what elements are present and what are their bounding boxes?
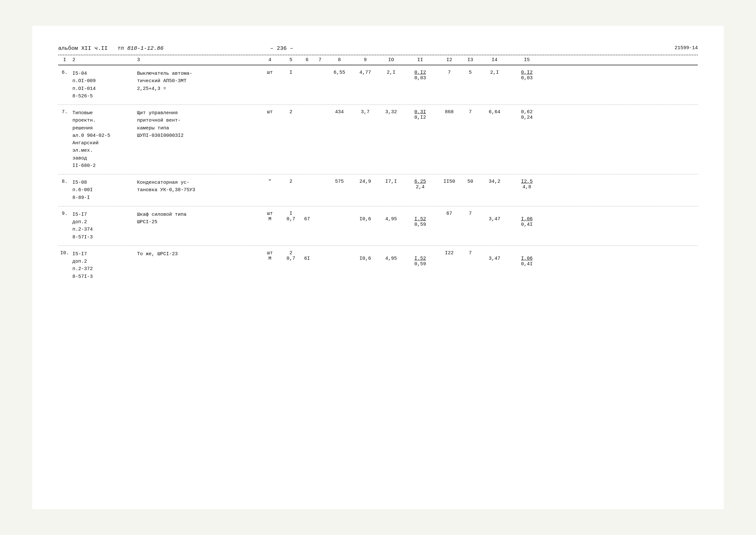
row-c12: 868: [436, 109, 462, 115]
row-c14: 34,2: [478, 179, 511, 184]
tp-label: тп 810-1-12.86: [117, 45, 164, 51]
row-c14: 6,64: [478, 109, 511, 115]
col-header-9: 9: [352, 57, 378, 63]
col-header-1: I: [58, 57, 71, 63]
row-name: Конденсаторная ус- тановка УК-0,38-75У3: [136, 179, 258, 194]
row-c11: 0,3I 0,I2: [404, 109, 436, 120]
row-c15: I,06 0,4I: [511, 250, 543, 267]
row-c14: 3,47: [478, 211, 511, 222]
row-ref: I5-I7 доп.2 п.2-372 8-57I-3: [71, 250, 136, 280]
row-c11: 0,I2 0,03: [404, 70, 436, 81]
table-row: I0. I5-I7 доп.2 п.2-372 8-57I-3 То же, Ш…: [58, 246, 698, 285]
row-c10: I7,I: [378, 179, 404, 184]
row-name: Выключатель автома- тический АП50-3МТ 2,…: [136, 70, 258, 93]
row-name: Щит управления приточной вент- камеры ти…: [136, 109, 258, 139]
row-c10: 3,32: [378, 109, 404, 115]
col-header-11: II: [404, 57, 436, 63]
row-name: Шкаф силовой типа ШРСI-25: [136, 211, 258, 226]
col-header-6: 6: [301, 57, 313, 63]
table-row: 9. I5-I7 доп.2 п.2-374 8-57I-3 Шкаф сило…: [58, 206, 698, 246]
row-c8: 434: [326, 109, 352, 115]
row-num: 9.: [58, 211, 71, 216]
row-c14: 3,47: [478, 250, 511, 261]
col-header-13: I3: [462, 57, 478, 63]
row-name: То же, ШРСI-23: [136, 250, 258, 258]
row-c13: 7: [462, 109, 478, 115]
row-c9: 3,7: [352, 109, 378, 115]
row-c11: I.52 0,59: [404, 250, 436, 267]
col-header-4: 4: [258, 57, 281, 63]
col-header-14: I4: [478, 57, 511, 63]
row-num: 8.: [58, 179, 71, 184]
col-header-3: 3: [136, 57, 258, 63]
row-c15: 0,I2 0,03: [511, 70, 543, 81]
table-row: 6. I5-04 п.OI-009 п.OI-014 8-526-5 Выклю…: [58, 65, 698, 105]
row-c13: 7: [462, 250, 478, 256]
row-c8: 575: [326, 179, 352, 184]
row-unit: шт М: [258, 250, 281, 261]
row-c11: I.52 0,59: [404, 211, 436, 227]
row-c15: I2,5 4,8: [511, 179, 543, 190]
table-row: 7. Типовые проектн. решения ал.0 904-02-…: [58, 105, 698, 174]
row-unit: шт: [258, 70, 281, 75]
page-number: – 236 –: [270, 45, 293, 51]
row-qty: 2: [281, 109, 301, 115]
column-headers: I 2 3 4 5 6 7 8 9 IO II I2 I3 I4 I5: [58, 55, 698, 65]
row-qty: 2 0,7: [281, 250, 301, 261]
row-c12: I22: [436, 250, 462, 256]
col-header-7: 7: [313, 57, 326, 63]
col-header-5: 5: [281, 57, 301, 63]
row-ref: I5-I7 доп.2 п.2-374 8-57I-3: [71, 211, 136, 241]
col-header-12: I2: [436, 57, 462, 63]
row-c15: 0,62 0,24: [511, 109, 543, 120]
row-c6: 6I: [301, 250, 313, 261]
row-qty: 2: [281, 179, 301, 184]
col-header-10: IO: [378, 57, 404, 63]
album-label: альбом XII ч.II: [58, 45, 108, 51]
row-unit: ": [258, 179, 281, 184]
row-c14: 2,I: [478, 70, 511, 75]
row-c13: 5: [462, 70, 478, 75]
row-num: 6.: [58, 70, 71, 75]
row-c9: I0,6: [352, 250, 378, 261]
row-c8: 6,55: [326, 70, 352, 75]
row-c12: II50: [436, 179, 462, 184]
row-c10: 4,95: [378, 211, 404, 222]
col-header-2: 2: [71, 57, 136, 63]
col-header-15: I5: [511, 57, 543, 63]
row-c12: 67: [436, 211, 462, 216]
row-c9: 4,77: [352, 70, 378, 75]
row-c10: 2,I: [378, 70, 404, 75]
row-c15: I,06 0,4I: [511, 211, 543, 227]
row-c13: 7: [462, 211, 478, 216]
row-ref: I5-08 п.6-00I 8-89-I: [71, 179, 136, 202]
col-header-8: 8: [326, 57, 352, 63]
row-c9: 24,9: [352, 179, 378, 184]
row-qty: I: [281, 70, 301, 75]
row-c11: 6,25 2,4: [404, 179, 436, 190]
row-c9: I0,6: [352, 211, 378, 222]
row-unit: шт М: [258, 211, 281, 222]
row-c6: 67: [301, 211, 313, 222]
row-c13: 50: [462, 179, 478, 184]
row-unit: шт: [258, 109, 281, 115]
table-row: 8. I5-08 п.6-00I 8-89-I Конденсаторная у…: [58, 174, 698, 206]
row-c12: 7: [436, 70, 462, 75]
row-qty: I 0,7: [281, 211, 301, 222]
row-num: 7.: [58, 109, 71, 115]
doc-code: 21599-14: [675, 45, 698, 51]
row-num: I0.: [58, 250, 71, 256]
row-c10: 4,95: [378, 250, 404, 261]
row-ref: Типовые проектн. решения ал.0 904-02-5 А…: [71, 109, 136, 169]
row-ref: I5-04 п.OI-009 п.OI-014 8-526-5: [71, 70, 136, 100]
